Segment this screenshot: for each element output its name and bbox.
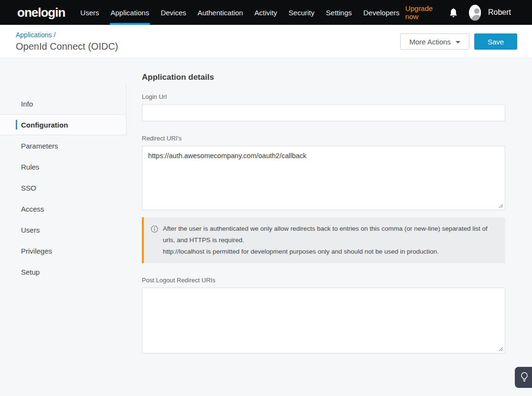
info-icon — [151, 225, 158, 257]
avatar[interactable] — [469, 5, 481, 21]
sidebar-item-users[interactable]: Users — [0, 219, 127, 240]
save-button[interactable]: Save — [474, 33, 517, 50]
sidebar-item-access[interactable]: Access — [0, 198, 127, 219]
onelogin-logo[interactable]: onelogin — [17, 5, 65, 20]
nav-item-applications[interactable]: Applications — [110, 0, 150, 25]
note-line-2: http://localhost is permitted for develo… — [163, 246, 498, 257]
sidebar-top-group: Info Configuration — [0, 85, 127, 135]
sidebar: Info Configuration Parameters Rules SSO … — [0, 58, 127, 282]
sidebar-item-setup[interactable]: Setup — [0, 261, 127, 282]
nav-item-authentication[interactable]: Authentication — [197, 0, 244, 25]
redirect-uris-textarea[interactable]: https://auth.awesomecompany.com/oauth2/c… — [142, 146, 505, 210]
login-url-label: Login Url — [142, 93, 505, 100]
note-text: After the user is authenticated we only … — [163, 223, 498, 257]
more-actions-label: More Actions — [409, 38, 451, 46]
sidebar-item-sso[interactable]: SSO — [0, 177, 127, 198]
top-nav-right: Upgrade now Robert — [405, 4, 532, 21]
redirect-uris-field: https://auth.awesomecompany.com/oauth2/c… — [142, 146, 505, 210]
sidebar-item-privileges[interactable]: Privileges — [0, 240, 127, 261]
sidebar-item-configuration[interactable]: Configuration — [0, 114, 126, 135]
page-header: Applications / OpenId Connect (OIDC) Mor… — [0, 25, 532, 58]
more-actions-button[interactable]: More Actions — [400, 33, 469, 50]
nav-item-users[interactable]: Users — [79, 0, 100, 25]
sidebar-item-info[interactable]: Info — [0, 93, 126, 114]
nav-item-developers[interactable]: Developers — [362, 0, 401, 25]
nav-item-devices[interactable]: Devices — [160, 0, 187, 25]
sidebar-item-parameters[interactable]: Parameters — [0, 135, 127, 156]
login-url-input[interactable] — [142, 104, 505, 121]
sidebar-item-rules[interactable]: Rules — [0, 156, 127, 177]
main-panel: Application details Login Url Redirect U… — [142, 58, 505, 353]
resize-grip-icon[interactable] — [499, 347, 503, 352]
post-logout-redirect-uris-field — [142, 288, 505, 353]
post-logout-redirect-uris-textarea[interactable] — [142, 288, 505, 353]
upgrade-now-link[interactable]: Upgrade now — [405, 4, 437, 21]
redirect-uris-label: Redirect URI's — [142, 135, 505, 142]
top-nav: onelogin Users Applications Devices Auth… — [0, 0, 532, 25]
top-nav-items: Users Applications Devices Authenticatio… — [74, 0, 405, 25]
nav-item-activity[interactable]: Activity — [254, 0, 278, 25]
content-area: Info Configuration Parameters Rules SSO … — [0, 58, 532, 396]
post-logout-redirect-uris-label: Post Logout Redirect URIs — [142, 277, 505, 284]
chevron-down-icon — [456, 41, 460, 43]
breadcrumb[interactable]: Applications / — [16, 31, 55, 39]
resize-grip-icon[interactable] — [499, 203, 503, 208]
nav-item-settings[interactable]: Settings — [325, 0, 353, 25]
note-line-1: After the user is authenticated we only … — [163, 223, 498, 246]
page-title: OpenId Connect (OIDC) — [16, 41, 118, 52]
nav-item-security[interactable]: Security — [287, 0, 315, 25]
notification-bell-icon[interactable] — [449, 8, 458, 17]
hint-lightbulb-button[interactable] — [515, 367, 532, 388]
lightbulb-icon — [521, 372, 528, 383]
user-name[interactable]: Robert — [488, 8, 511, 17]
header-actions: More Actions Save — [400, 33, 517, 50]
redirect-info-note: After the user is authenticated we only … — [142, 217, 505, 263]
section-title: Application details — [142, 73, 505, 82]
